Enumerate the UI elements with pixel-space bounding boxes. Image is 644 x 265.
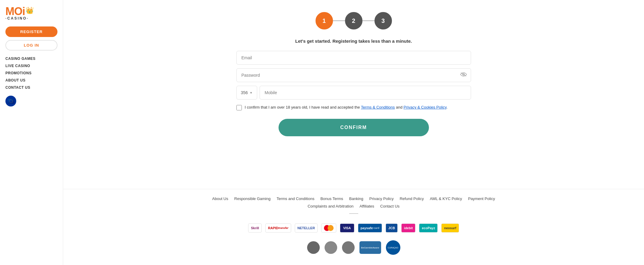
nav-live-casino[interactable]: LIVE CASINO <box>5 64 57 68</box>
logo-crown: 👑 <box>26 7 34 14</box>
payment-neosurf: neosurf <box>441 223 459 233</box>
password-wrapper <box>236 68 471 82</box>
logo-text: MOi <box>5 6 25 17</box>
nav-casino-games[interactable]: CASINO GAMES <box>5 57 57 61</box>
footer-link-bonus-terms[interactable]: Bonus Terms <box>320 196 343 201</box>
trust-icon-5: CURAÇAO <box>386 240 400 255</box>
step-line-2 <box>362 20 374 21</box>
payment-skrill: Skrill <box>248 223 262 233</box>
trust-icons: BeGambleAware CURAÇAO <box>75 237 632 258</box>
steps-container: 1 2 3 <box>236 12 471 29</box>
language-selector[interactable]: 🇪🇺 <box>5 96 16 106</box>
terms-label: I confirm that I am over 18 years old, I… <box>245 104 448 110</box>
logo-subtitle: ·CASINO· <box>5 16 57 20</box>
eu-flag-icon: 🇪🇺 <box>7 97 15 105</box>
terms-checkbox-row: I confirm that I am over 18 years old, I… <box>236 104 471 110</box>
sidebar: MOi 👑 ·CASINO· REGISTER LOG IN CASINO GA… <box>0 0 63 265</box>
footer-divider <box>349 213 358 214</box>
footer-link-responsible-gaming[interactable]: Responsible Gaming <box>234 196 271 201</box>
footer-link-refund[interactable]: Refund Policy <box>400 196 424 201</box>
chevron-down-icon: ▼ <box>250 91 253 94</box>
logo-area: MOi 👑 ·CASINO· <box>5 6 57 20</box>
step-line-1 <box>333 20 345 21</box>
footer-link-banking[interactable]: Banking <box>349 196 363 201</box>
nav-promotions[interactable]: PROMOTIONS <box>5 71 57 75</box>
footer-link-about-us[interactable]: About Us <box>212 196 228 201</box>
payment-jcb: JCB <box>386 223 398 233</box>
payment-visa: VISA <box>340 223 354 233</box>
trust-icon-1 <box>307 241 320 254</box>
terms-checkbox[interactable] <box>236 105 242 110</box>
step-3[interactable]: 3 <box>374 12 392 29</box>
register-form-area: 1 2 3 Let's get started. Registering tak… <box>218 0 489 148</box>
register-button[interactable]: REGISTER <box>5 26 57 37</box>
main-content: 1 2 3 Let's get started. Registering tak… <box>63 0 644 265</box>
footer-link-terms[interactable]: Terms and Conditions <box>276 196 314 201</box>
payment-icons: Skrill RAPIDtransfer NETELLER VISA paysa… <box>75 219 632 237</box>
footer: About Us Responsible Gaming Terms and Co… <box>63 189 644 265</box>
footer-links: About Us Responsible Gaming Terms and Co… <box>75 196 632 201</box>
payment-neteller: NETELLER <box>295 223 318 233</box>
trust-icon-3 <box>342 241 355 254</box>
footer-link-affiliates[interactable]: Affiliates <box>359 204 374 208</box>
step-1[interactable]: 1 <box>316 12 333 29</box>
mobile-input[interactable] <box>260 86 471 100</box>
toggle-password-icon[interactable] <box>460 72 467 79</box>
payment-ecopayz: ecoPayz <box>419 223 438 233</box>
phone-row: 356 ▼ <box>236 86 471 100</box>
form-subtitle: Let's get started. Registering takes les… <box>236 39 471 44</box>
payment-idebit: idebit <box>401 223 415 233</box>
phone-code-selector[interactable]: 356 ▼ <box>236 86 257 100</box>
payment-mastercard <box>321 223 336 233</box>
trust-icon-4: BeGambleAware <box>359 241 381 254</box>
password-input[interactable] <box>236 68 471 82</box>
confirm-button[interactable]: CONFIRM <box>279 119 429 136</box>
step-2[interactable]: 2 <box>345 12 362 29</box>
mc-orange-circle <box>328 225 334 231</box>
footer-link-complaints[interactable]: Complaints and Arbitration <box>308 204 353 208</box>
privacy-link[interactable]: Privacy & Cookies Policy <box>404 105 447 109</box>
footer-link-privacy[interactable]: Privacy Policy <box>369 196 394 201</box>
footer-link-aml[interactable]: AML & KYC Policy <box>430 196 462 201</box>
nav-menu: CASINO GAMES LIVE CASINO PROMOTIONS ABOU… <box>5 57 57 90</box>
login-button[interactable]: LOG IN <box>5 40 57 51</box>
email-input[interactable] <box>236 51 471 65</box>
payment-paysafe: paysafe·card <box>358 223 382 233</box>
footer-link-contact[interactable]: Contact Us <box>380 204 399 208</box>
trust-icon-2 <box>325 241 337 254</box>
footer-links-2: Complaints and Arbitration Affiliates Co… <box>75 204 632 208</box>
nav-contact-us[interactable]: CONTACT US <box>5 85 57 90</box>
footer-link-payment-policy[interactable]: Payment Policy <box>468 196 495 201</box>
terms-link[interactable]: Terms & Conditions <box>361 105 395 109</box>
nav-about-us[interactable]: ABOUT US <box>5 78 57 82</box>
payment-rapid: RAPIDtransfer <box>265 223 291 233</box>
